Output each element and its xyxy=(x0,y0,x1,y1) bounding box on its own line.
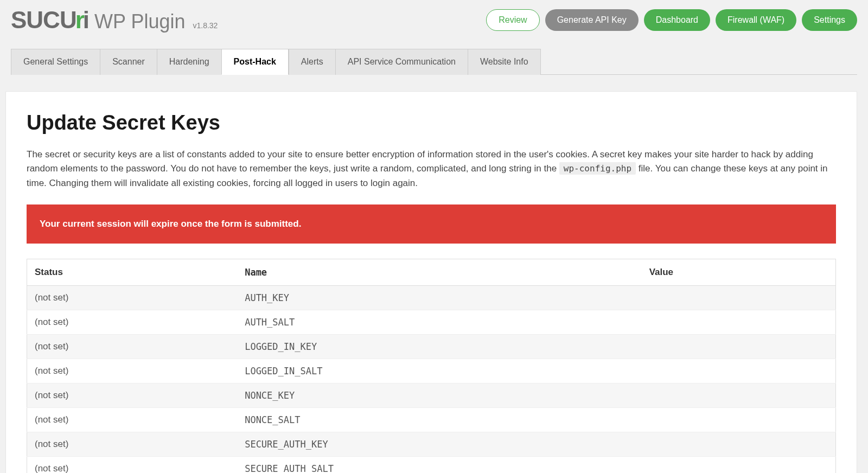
table-header-row: Status Name Value xyxy=(27,259,836,286)
cell-name: SECURE_AUTH_SALT xyxy=(237,457,642,473)
table-row: (not set)SECURE_AUTH_SALT xyxy=(27,457,836,473)
header-bar: SUCUri WP Plugin v1.8.32 Review Generate… xyxy=(0,0,868,38)
generate-api-key-button[interactable]: Generate API Key xyxy=(545,9,639,31)
cell-name: SECURE_AUTH_KEY xyxy=(237,432,642,457)
logo-text-post: i xyxy=(83,7,89,34)
cell-value xyxy=(642,310,836,335)
tabs-nav: General Settings Scanner Hardening Post-… xyxy=(11,49,857,75)
secret-keys-table: Status Name Value (not set)AUTH_KEY(not … xyxy=(27,259,836,473)
table-row: (not set)NONCE_KEY xyxy=(27,383,836,408)
cell-name: NONCE_KEY xyxy=(237,383,642,408)
cell-status: (not set) xyxy=(27,432,238,457)
table-row: (not set)SECURE_AUTH_KEY xyxy=(27,432,836,457)
tab-scanner[interactable]: Scanner xyxy=(100,49,157,75)
session-expire-alert: Your current session will expire once th… xyxy=(27,204,836,244)
table-row: (not set)LOGGED_IN_KEY xyxy=(27,335,836,359)
header-name: Name xyxy=(237,259,642,286)
cell-status: (not set) xyxy=(27,359,238,383)
firewall-button[interactable]: Firewall (WAF) xyxy=(716,9,796,31)
cell-status: (not set) xyxy=(27,408,238,432)
review-button[interactable]: Review xyxy=(486,9,539,31)
logo-text-pre: SUCU xyxy=(11,7,76,34)
table-row: (not set)NONCE_SALT xyxy=(27,408,836,432)
brand: SUCUri WP Plugin v1.8.32 xyxy=(11,7,218,34)
tab-hardening[interactable]: Hardening xyxy=(157,49,221,75)
cell-value xyxy=(642,286,836,310)
table-row: (not set)LOGGED_IN_SALT xyxy=(27,359,836,383)
description-code: wp-config.php xyxy=(559,162,636,175)
tab-alerts[interactable]: Alerts xyxy=(289,49,335,75)
cell-status: (not set) xyxy=(27,457,238,473)
cell-status: (not set) xyxy=(27,310,238,335)
header-status: Status xyxy=(27,259,238,286)
dashboard-button[interactable]: Dashboard xyxy=(644,9,710,31)
cell-name: AUTH_SALT xyxy=(237,310,642,335)
content-panel: Update Secret Keys The secret or securit… xyxy=(5,91,857,473)
cell-name: LOGGED_IN_KEY xyxy=(237,335,642,359)
cell-name: AUTH_KEY xyxy=(237,286,642,310)
settings-button[interactable]: Settings xyxy=(802,9,857,31)
tab-website-info[interactable]: Website Info xyxy=(468,49,541,75)
brand-logo: SUCUri xyxy=(11,7,89,34)
cell-status: (not set) xyxy=(27,286,238,310)
cell-status: (not set) xyxy=(27,335,238,359)
description-text: The secret or security keys are a list o… xyxy=(27,148,836,190)
cell-value xyxy=(642,383,836,408)
header-buttons: Review Generate API Key Dashboard Firewa… xyxy=(486,9,857,31)
cell-value xyxy=(642,432,836,457)
tab-post-hack[interactable]: Post-Hack xyxy=(221,49,289,75)
cell-status: (not set) xyxy=(27,383,238,408)
cell-value xyxy=(642,335,836,359)
cell-value xyxy=(642,408,836,432)
page-title: Update Secret Keys xyxy=(27,111,836,135)
tab-general-settings[interactable]: General Settings xyxy=(11,49,100,75)
brand-version: v1.8.32 xyxy=(193,21,218,30)
table-row: (not set)AUTH_KEY xyxy=(27,286,836,310)
table-row: (not set)AUTH_SALT xyxy=(27,310,836,335)
tab-api-service-communication[interactable]: API Service Communication xyxy=(335,49,468,75)
header-value: Value xyxy=(642,259,836,286)
cell-value xyxy=(642,359,836,383)
cell-name: LOGGED_IN_SALT xyxy=(237,359,642,383)
cell-value xyxy=(642,457,836,473)
brand-subtitle: WP Plugin xyxy=(94,10,185,33)
cell-name: NONCE_SALT xyxy=(237,408,642,432)
